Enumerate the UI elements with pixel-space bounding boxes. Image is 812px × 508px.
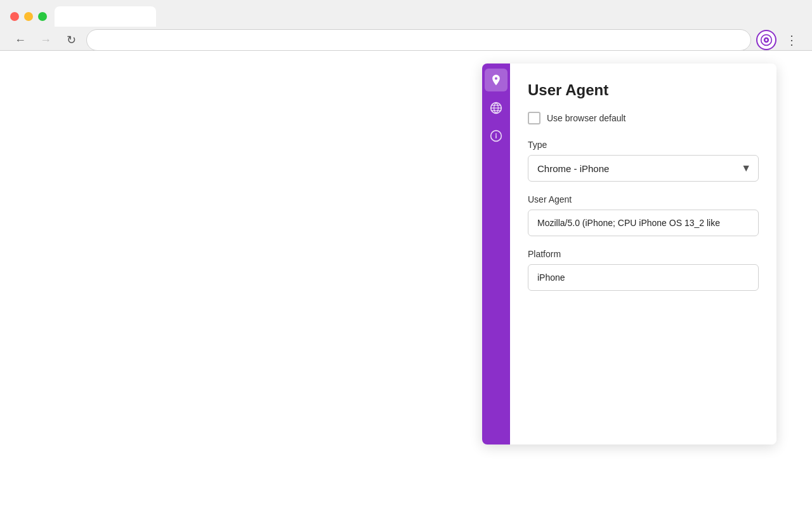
type-label: Type (528, 140, 759, 150)
panel-sidebar (482, 64, 510, 444)
traffic-lights (10, 12, 47, 21)
user-agent-input[interactable] (528, 210, 759, 236)
platform-field-group: Platform (528, 249, 759, 291)
more-menu-button[interactable]: ⋮ (782, 30, 802, 50)
forward-button[interactable]: → (36, 30, 56, 50)
sidebar-location-button[interactable] (485, 69, 508, 91)
panel-overlay: User Agent Use browser default Type Chro… (482, 51, 776, 508)
reload-button[interactable]: ↻ (61, 30, 81, 50)
minimize-button[interactable] (24, 12, 33, 21)
type-select-wrapper: Chrome - iPhone Chrome - Android Firefox… (528, 155, 759, 182)
panel-title: User Agent (528, 81, 759, 99)
extension-icon[interactable] (756, 30, 776, 50)
user-agent-field-group: User Agent (528, 194, 759, 236)
title-bar (10, 0, 802, 29)
panel-main: User Agent Use browser default Type Chro… (510, 64, 776, 444)
platform-label: Platform (528, 249, 759, 259)
type-field-group: Type Chrome - iPhone Chrome - Android Fi… (528, 140, 759, 182)
sidebar-info-button[interactable] (485, 124, 508, 147)
tab-area (55, 6, 802, 27)
back-button[interactable]: ← (10, 30, 30, 50)
use-browser-default-checkbox[interactable] (528, 112, 540, 124)
close-button[interactable] (10, 12, 19, 21)
user-agent-label: User Agent (528, 194, 759, 204)
sidebar-globe-button[interactable] (485, 97, 508, 119)
use-browser-default-label: Use browser default (547, 113, 626, 123)
browser-chrome: ← → ↻ ⋮ (0, 0, 812, 51)
svg-point-2 (765, 39, 767, 41)
browser-tab[interactable] (55, 6, 156, 27)
panel-container: User Agent Use browser default Type Chro… (482, 64, 776, 444)
platform-input[interactable] (528, 264, 759, 291)
maximize-button[interactable] (38, 12, 47, 21)
address-bar[interactable] (86, 29, 751, 51)
type-select[interactable]: Chrome - iPhone Chrome - Android Firefox… (528, 155, 759, 182)
checkbox-row: Use browser default (528, 112, 759, 124)
browser-content: User Agent Use browser default Type Chro… (0, 51, 812, 508)
